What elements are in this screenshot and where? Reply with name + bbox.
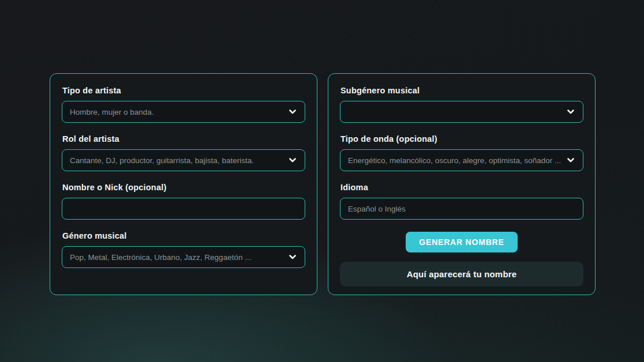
field-artist-nick: Nombre o Nick (opcional) — [62, 183, 305, 220]
field-music-subgenre: Subgénero musical — [340, 86, 583, 123]
generated-name-result: Aquí aparecerá tu nombre — [340, 262, 583, 286]
chevron-down-icon — [288, 252, 297, 262]
field-music-genre: Género musical Pop, Metal, Electrónica, … — [62, 231, 305, 268]
vibe-type-label: Tipo de onda (opcional) — [340, 134, 583, 144]
artist-type-select[interactable]: Hombre, mujer o banda. — [62, 101, 305, 123]
music-genre-placeholder: Pop, Metal, Electrónica, Urbano, Jazz, R… — [70, 253, 283, 262]
artist-details-card: Tipo de artista Hombre, mujer o banda. R… — [50, 73, 317, 295]
chevron-down-icon — [288, 156, 297, 165]
music-genre-select[interactable]: Pop, Metal, Electrónica, Urbano, Jazz, R… — [62, 246, 305, 268]
generate-name-button[interactable]: GENERAR NOMBRE — [406, 232, 517, 252]
music-genre-label: Género musical — [62, 231, 305, 240]
chevron-down-icon — [288, 107, 297, 116]
artist-role-placeholder: Cantante, DJ, productor, guitarrista, ba… — [70, 156, 283, 165]
field-vibe-type: Tipo de onda (opcional) Energético, mela… — [340, 134, 583, 171]
field-artist-type: Tipo de artista Hombre, mujer o banda. — [62, 86, 305, 123]
chevron-down-icon — [566, 156, 575, 165]
field-artist-role: Rol del artista Cantante, DJ, productor,… — [62, 134, 305, 171]
chevron-down-icon — [566, 107, 575, 116]
field-language: Idioma — [340, 183, 583, 220]
language-label: Idioma — [340, 183, 583, 192]
language-input[interactable] — [340, 198, 583, 220]
artist-type-label: Tipo de artista — [62, 86, 305, 95]
artist-type-placeholder: Hombre, mujer o banda. — [70, 108, 283, 116]
artist-nick-label: Nombre o Nick (opcional) — [62, 183, 305, 192]
music-subgenre-select[interactable] — [340, 101, 583, 123]
vibe-type-placeholder: Energético, melancólico, oscuro, alegre,… — [348, 156, 561, 165]
artist-nick-input[interactable] — [62, 198, 305, 220]
vibe-type-select[interactable]: Energético, melancólico, oscuro, alegre,… — [340, 149, 583, 171]
form-panels: Tipo de artista Hombre, mujer o banda. R… — [50, 73, 596, 295]
artist-role-label: Rol del artista — [62, 134, 305, 144]
artist-role-select[interactable]: Cantante, DJ, productor, guitarrista, ba… — [62, 149, 305, 171]
generator-card: Subgénero musical Tipo de onda (opcional… — [328, 73, 596, 295]
music-subgenre-label: Subgénero musical — [340, 86, 583, 95]
